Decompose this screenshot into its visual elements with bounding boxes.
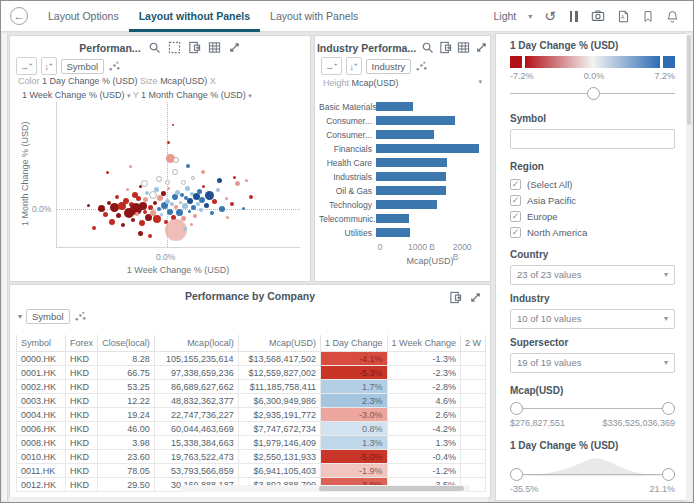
checkbox-icon[interactable]: ✓: [510, 195, 521, 206]
scatter-point[interactable]: [121, 223, 125, 227]
marquee-select-icon[interactable]: [168, 41, 181, 54]
color-config-value[interactable]: 1 Day Change % (USD): [42, 76, 138, 86]
scatter-point[interactable]: [230, 202, 234, 206]
bar[interactable]: [376, 158, 447, 167]
excel-export-icon[interactable]: [188, 41, 201, 54]
scatter-point[interactable]: [131, 218, 135, 222]
expand-icon[interactable]: [475, 41, 488, 54]
legend-min-swatch[interactable]: [510, 56, 522, 68]
scatter-point[interactable]: [92, 226, 96, 230]
move-breakdown-down-button[interactable]: ↓+: [41, 57, 57, 75]
dropdown-caret[interactable]: ▾: [528, 12, 532, 21]
table-row[interactable]: 0011.HKHKD78.0553,793,566,859$6,941,105,…: [17, 464, 486, 478]
sidebar-scrollbar[interactable]: [686, 33, 692, 501]
move-breakdown-right-button[interactable]: →+: [321, 57, 342, 75]
scatter-point[interactable]: [197, 189, 202, 194]
scatter-point[interactable]: [153, 201, 157, 205]
slider-handle-min[interactable]: [510, 468, 523, 481]
checkbox-icon[interactable]: ✓: [510, 227, 521, 238]
collapsed-panel-strip[interactable]: [2, 33, 8, 501]
color-gradient-bar[interactable]: [525, 56, 660, 68]
expand-icon[interactable]: [228, 41, 241, 54]
bar[interactable]: [376, 102, 413, 111]
scatter-point[interactable]: [157, 207, 161, 211]
breakdown-chip-symbol[interactable]: Symbol: [61, 59, 105, 74]
scatter-point[interactable]: [201, 170, 205, 174]
breakdown-chip-symbol[interactable]: Symbol: [26, 309, 70, 324]
scatter-point[interactable]: [139, 202, 147, 210]
move-breakdown-down-button[interactable]: ↓+: [346, 57, 362, 75]
scatter-point[interactable]: [153, 215, 161, 223]
column-header-1-day-change[interactable]: 1 Day Change: [321, 335, 388, 352]
scatter-point[interactable]: [160, 213, 163, 216]
scatter-point[interactable]: [225, 197, 228, 200]
scatter-point[interactable]: [123, 198, 129, 204]
table-row[interactable]: 0006.HKHKD46.0060,044,463,669$7,747,672,…: [17, 422, 486, 436]
symbol-filter-input[interactable]: [510, 129, 675, 149]
table-row[interactable]: 0004.HKHKD19.2422,747,736,227$2,935,191,…: [17, 408, 486, 422]
scatter-point[interactable]: [161, 191, 166, 196]
scatter-point[interactable]: [167, 187, 170, 190]
bar[interactable]: [376, 116, 455, 125]
excel-export-icon[interactable]: [449, 291, 462, 304]
industry-filter-select[interactable]: 10 of 10 values▾: [510, 309, 675, 329]
horizontal-scrollbar[interactable]: [180, 485, 470, 492]
column-header-2-w[interactable]: 2 W: [460, 335, 485, 352]
slider-handle-min[interactable]: [510, 402, 523, 415]
legend-max-swatch[interactable]: [663, 56, 675, 68]
scatter-point[interactable]: [106, 171, 109, 174]
column-header-mcap-local-[interactable]: Mcap(local): [154, 335, 238, 352]
scatter-point[interactable]: [188, 210, 191, 213]
table-row[interactable]: 0000.HKHKD8.28105,155,235,614$13,568,417…: [17, 352, 486, 366]
region-checkbox-row[interactable]: ✓North America: [510, 225, 675, 239]
move-breakdown-right-button[interactable]: →+: [16, 57, 37, 75]
bookmark-icon[interactable]: [642, 10, 654, 23]
breakdown-chip-industry[interactable]: Industry: [366, 59, 412, 74]
scatter-point[interactable]: [87, 204, 90, 207]
collapse-caret-icon[interactable]: ▾: [18, 312, 22, 321]
country-filter-select[interactable]: 23 of 23 values▾: [510, 265, 675, 285]
region-checkbox-row[interactable]: ✓(Select All): [510, 177, 675, 191]
table-row[interactable]: 0008.HKHKD3.9815,338,384,663$1,979,146,4…: [17, 436, 486, 450]
bar[interactable]: [376, 200, 437, 209]
scatter-point[interactable]: [129, 165, 132, 168]
expand-icon[interactable]: [469, 291, 482, 304]
table-row[interactable]: 0003.HKHKD12.2248,832,362,377$6,300,949,…: [17, 394, 486, 408]
scatter-point[interactable]: [148, 205, 153, 210]
bar[interactable]: [376, 186, 446, 195]
visual-breakdown-icon[interactable]: [108, 60, 121, 73]
x-config-value[interactable]: 1 Week Change % (USD): [22, 90, 124, 100]
bar[interactable]: [376, 228, 410, 237]
scatter-point[interactable]: [109, 219, 115, 225]
scatter-point[interactable]: [98, 205, 105, 212]
column-header-1-week-change[interactable]: 1 Week Change: [387, 335, 460, 352]
slider-handle-max[interactable]: [662, 468, 675, 481]
scatter-point[interactable]: [116, 213, 121, 218]
day-change-range-slider[interactable]: [510, 468, 675, 482]
scatter-point[interactable]: [245, 179, 248, 182]
supersector-filter-select[interactable]: 19 of 19 values▾: [510, 353, 675, 373]
scatter-point[interactable]: [191, 176, 195, 180]
scatter-point[interactable]: [216, 188, 220, 192]
scatter-point[interactable]: [196, 202, 200, 206]
scatter-point[interactable]: [126, 188, 129, 191]
mcap-range-slider[interactable]: [510, 402, 675, 416]
scatter-point[interactable]: [136, 196, 141, 201]
refresh-icon[interactable]: ↺: [544, 9, 556, 23]
scatter-point[interactable]: [233, 176, 236, 179]
region-checkbox-row[interactable]: ✓Asia Pacific: [510, 193, 675, 207]
scatter-point[interactable]: [181, 216, 186, 221]
scatter-point[interactable]: [190, 223, 193, 226]
scatter-plot-area[interactable]: [56, 102, 300, 248]
table-row[interactable]: 0010.HKHKD23.6019,763,522,473$2,550,131,…: [17, 450, 486, 464]
scatter-point[interactable]: [186, 164, 190, 168]
scatter-point[interactable]: [149, 191, 157, 199]
scatter-point[interactable]: [172, 124, 174, 126]
scatter-point[interactable]: [138, 231, 143, 236]
checkbox-icon[interactable]: ✓: [510, 211, 521, 222]
table-icon[interactable]: [208, 41, 221, 54]
column-header-mcap-usd-[interactable]: Mcap(USD): [238, 335, 320, 352]
tab-layout-options[interactable]: Layout Options: [38, 1, 129, 32]
column-header-close-local-[interactable]: Close(local): [98, 335, 155, 352]
scatter-point[interactable]: [185, 186, 190, 191]
